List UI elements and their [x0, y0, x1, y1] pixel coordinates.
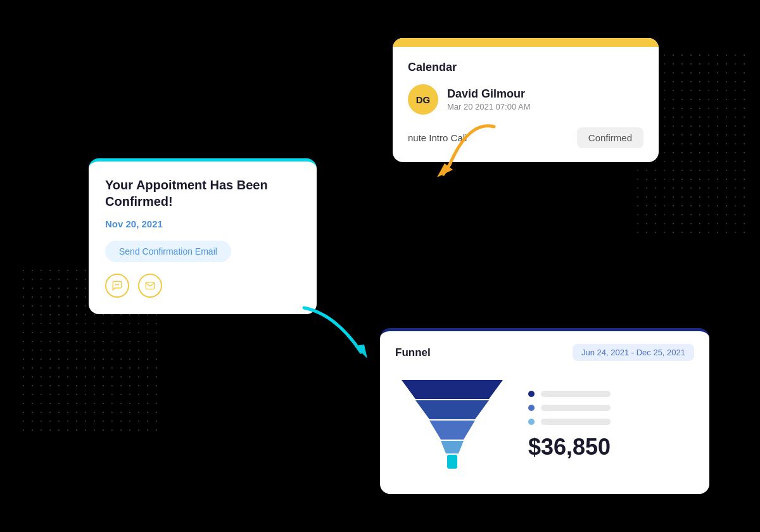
legend-item-3	[528, 419, 611, 425]
confirmed-badge: Confirmed	[577, 127, 643, 148]
svg-rect-5	[447, 455, 457, 469]
calendar-card-accent	[393, 38, 659, 47]
calendar-contact: DG David Gilmour Mar 20 2021 07:00 AM	[408, 84, 643, 115]
legend-dot-2	[528, 405, 535, 411]
action-icons	[105, 274, 300, 298]
contact-name: David Gilmour	[447, 87, 531, 101]
legend-bar-2	[541, 405, 611, 411]
orange-arrow	[431, 114, 513, 193]
legend-item-2	[528, 405, 611, 411]
funnel-amount: $36,850	[528, 434, 611, 460]
appointment-title: Your Appoitment Has Been Confirmed!	[105, 177, 300, 210]
funnel-header: Funnel Jun 24, 2021 - Dec 25, 2021	[395, 344, 694, 361]
contact-date: Mar 20 2021 07:00 AM	[447, 102, 531, 111]
mail-icon[interactable]	[138, 274, 162, 298]
funnel-right: $36,850	[528, 391, 611, 460]
scene: Calendar DG David Gilmour Mar 20 2021 07…	[0, 0, 760, 532]
funnel-title: Funnel	[395, 346, 431, 359]
chat-icon[interactable]	[105, 274, 129, 298]
funnel-date-range: Jun 24, 2021 - Dec 25, 2021	[573, 344, 694, 361]
appointment-card: Your Appoitment Has Been Confirmed! Nov …	[89, 158, 317, 314]
funnel-content: $36,850	[395, 374, 694, 478]
legend-dot-1	[528, 391, 535, 397]
svg-marker-4	[355, 345, 367, 358]
legend-dot-3	[528, 419, 535, 425]
contact-info: David Gilmour Mar 20 2021 07:00 AM	[447, 87, 531, 111]
appointment-date: Nov 20, 2021	[105, 218, 300, 229]
send-confirmation-button[interactable]: Send Confirmation Email	[105, 241, 231, 262]
legend-item-1	[528, 391, 611, 397]
legend-bar-1	[541, 391, 611, 397]
funnel-legend	[528, 391, 611, 425]
legend-bar-3	[541, 419, 611, 425]
funnel-card: Funnel Jun 24, 2021 - Dec 25, 2021	[380, 328, 709, 494]
funnel-visual	[395, 374, 509, 478]
cyan-arrow	[291, 295, 380, 374]
calendar-title: Calendar	[408, 61, 643, 74]
avatar: DG	[408, 84, 438, 115]
